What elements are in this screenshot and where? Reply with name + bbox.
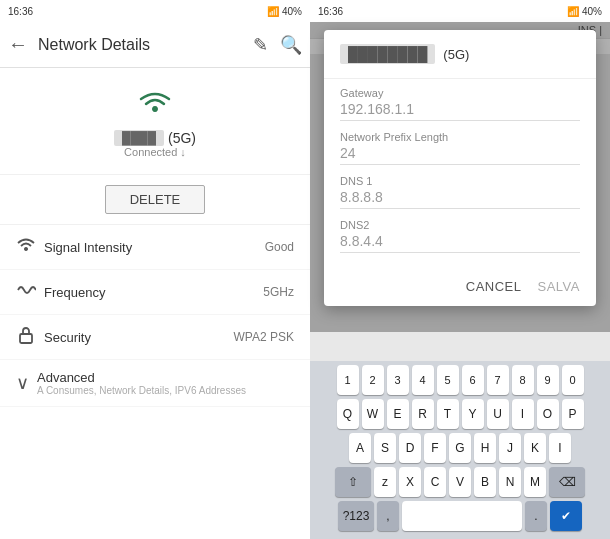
dialog-overlay: ████████ (5G) Gateway 192.168.1.1 Networ… xyxy=(310,22,610,332)
key-1[interactable]: 1 xyxy=(337,365,359,395)
key-3[interactable]: 3 xyxy=(387,365,409,395)
signal-content: Signal Intensity xyxy=(44,240,265,255)
comma-key[interactable]: , xyxy=(377,501,399,531)
right-panel: 16:36 📶 40% ████████ (5G) Gateway 192.16… xyxy=(310,0,610,539)
key-i2[interactable]: I xyxy=(549,433,571,463)
signal-label: Signal Intensity xyxy=(44,240,265,255)
dialog-actions: CANCEL SALVA xyxy=(324,271,596,306)
right-status-icons: 📶 40% xyxy=(567,6,602,17)
key-9[interactable]: 9 xyxy=(537,365,559,395)
key-8[interactable]: 8 xyxy=(512,365,534,395)
advanced-title: Advanced xyxy=(37,370,246,385)
gateway-field[interactable]: Gateway 192.168.1.1 xyxy=(340,87,580,121)
key-x[interactable]: X xyxy=(399,467,421,497)
key-p[interactable]: P xyxy=(562,399,584,429)
detail-list: Signal Intensity Good Frequency 5GHz xyxy=(0,225,310,539)
prefix-value: 24 xyxy=(340,145,580,165)
key-o[interactable]: O xyxy=(537,399,559,429)
key-b[interactable]: B xyxy=(474,467,496,497)
frequency-content: Frequency xyxy=(44,285,263,300)
delete-button[interactable]: DELETE xyxy=(105,185,206,214)
dns1-value: 8.8.8.8 xyxy=(340,189,580,209)
key-s[interactable]: S xyxy=(374,433,396,463)
signal-row: Signal Intensity Good xyxy=(0,225,310,270)
lock-icon xyxy=(16,325,44,349)
cancel-button[interactable]: CANCEL xyxy=(466,279,522,294)
left-status-time: 16:36 xyxy=(8,6,33,17)
key-r[interactable]: R xyxy=(412,399,434,429)
dialog-body: Gateway 192.168.1.1 Network Prefix Lengt… xyxy=(324,79,596,271)
frequency-row: Frequency 5GHz xyxy=(0,270,310,315)
dialog-network-row: ████████ (5G) xyxy=(340,44,580,64)
keyboard-row-qwerty: Q W E R T Y U I O P xyxy=(312,399,608,429)
key-a[interactable]: A xyxy=(349,433,371,463)
search-icon[interactable]: 🔍 xyxy=(280,34,302,56)
key-t[interactable]: T xyxy=(437,399,459,429)
gateway-value: 192.168.1.1 xyxy=(340,101,580,121)
keyboard-row-asdf: A S D F G H J K I xyxy=(312,433,608,463)
key-q[interactable]: Q xyxy=(337,399,359,429)
left-panel: 16:36 📶 40% ← Network Details ✎ 🔍 ████ (… xyxy=(0,0,310,539)
enter-key[interactable]: ✔ xyxy=(550,501,582,531)
edit-icon[interactable]: ✎ xyxy=(253,34,268,56)
key-h[interactable]: H xyxy=(474,433,496,463)
key-d[interactable]: D xyxy=(399,433,421,463)
network-name-placeholder: ████ xyxy=(114,130,164,146)
key-0[interactable]: 0 xyxy=(562,365,584,395)
key-c[interactable]: C xyxy=(424,467,446,497)
frequency-value: 5GHz xyxy=(263,285,294,299)
space-key[interactable] xyxy=(402,501,522,531)
security-label: Security xyxy=(44,330,234,345)
key-v[interactable]: V xyxy=(449,467,471,497)
dialog: ████████ (5G) Gateway 192.168.1.1 Networ… xyxy=(324,30,596,306)
back-button[interactable]: ← xyxy=(8,33,28,56)
page-title: Network Details xyxy=(38,36,253,54)
key-w[interactable]: W xyxy=(362,399,384,429)
key-4[interactable]: 4 xyxy=(412,365,434,395)
advanced-row[interactable]: ∨ Advanced A Consumes, Network Details, … xyxy=(0,360,310,407)
signal-icon xyxy=(16,235,44,259)
keyboard-row-numbers: 1 2 3 4 5 6 7 8 9 0 xyxy=(312,365,608,395)
key-2[interactable]: 2 xyxy=(362,365,384,395)
shift-key[interactable]: ⇧ xyxy=(335,467,371,497)
keyboard-row-zxcv: ⇧ z X C V B N M ⌫ xyxy=(312,467,608,497)
network-name: (5G) xyxy=(168,130,196,146)
key-6[interactable]: 6 xyxy=(462,365,484,395)
prefix-label: Network Prefix Length xyxy=(340,131,580,143)
key-f[interactable]: F xyxy=(424,433,446,463)
key-e[interactable]: E xyxy=(387,399,409,429)
num-toggle-key[interactable]: ?123 xyxy=(338,501,374,531)
security-row: Security WPA2 PSK xyxy=(0,315,310,360)
dns2-label: DNS2 xyxy=(340,219,580,231)
key-7[interactable]: 7 xyxy=(487,365,509,395)
key-k[interactable]: K xyxy=(524,433,546,463)
key-g[interactable]: G xyxy=(449,433,471,463)
key-5[interactable]: 5 xyxy=(437,365,459,395)
dialog-network-placeholder: ████████ xyxy=(340,44,435,64)
svg-rect-0 xyxy=(20,334,32,343)
key-u[interactable]: U xyxy=(487,399,509,429)
network-info: ████ (5G) Connected ↓ xyxy=(0,68,310,175)
period-key[interactable]: . xyxy=(525,501,547,531)
keyboard: 1 2 3 4 5 6 7 8 9 0 Q W E R T Y U I O P … xyxy=(310,361,610,539)
delete-key[interactable]: ⌫ xyxy=(549,467,585,497)
right-status-time: 16:36 xyxy=(318,6,343,17)
key-y[interactable]: Y xyxy=(462,399,484,429)
key-i[interactable]: I xyxy=(512,399,534,429)
dialog-network-suffix: (5G) xyxy=(443,47,469,62)
key-m[interactable]: M xyxy=(524,467,546,497)
gateway-label: Gateway xyxy=(340,87,580,99)
advanced-content: Advanced A Consumes, Network Details, IP… xyxy=(37,370,246,396)
left-status-icons: 📶 40% xyxy=(267,6,302,17)
prefix-field[interactable]: Network Prefix Length 24 xyxy=(340,131,580,165)
dns2-field[interactable]: DNS2 8.8.4.4 xyxy=(340,219,580,253)
key-j[interactable]: J xyxy=(499,433,521,463)
save-button[interactable]: SALVA xyxy=(538,279,580,294)
chevron-down-icon: ∨ xyxy=(16,372,29,394)
security-value: WPA2 PSK xyxy=(234,330,294,344)
key-n[interactable]: N xyxy=(499,467,521,497)
key-z[interactable]: z xyxy=(374,467,396,497)
delete-btn-wrap: DELETE xyxy=(0,175,310,225)
dialog-header: ████████ (5G) xyxy=(324,30,596,79)
dns1-field[interactable]: DNS 1 8.8.8.8 xyxy=(340,175,580,209)
